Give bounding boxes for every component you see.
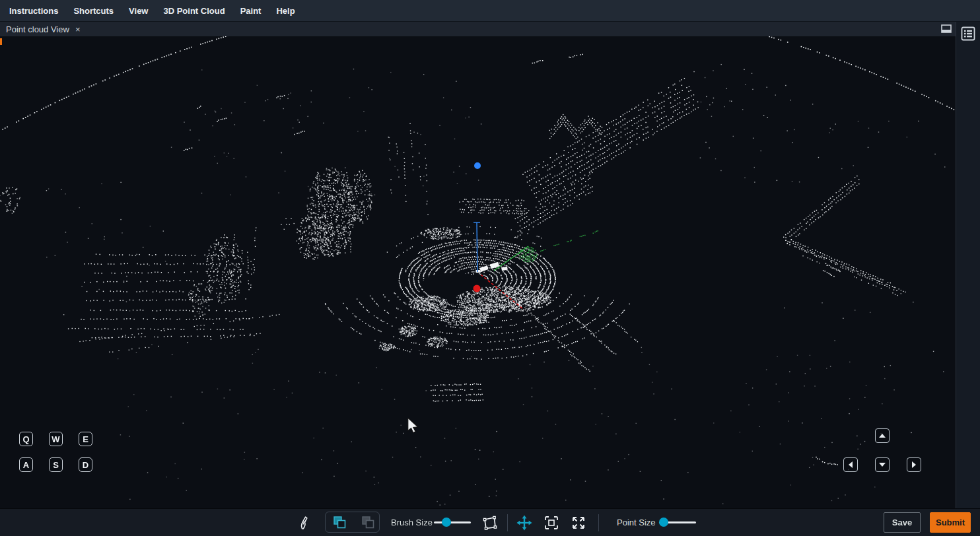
- paste-paint-button[interactable]: [360, 514, 376, 530]
- point-size-label: Point Size: [617, 518, 656, 527]
- hotkey-w[interactable]: W: [49, 432, 63, 446]
- labeling-app: Instructions Shortcuts View 3D Point Clo…: [0, 0, 980, 536]
- brush-tool-icon[interactable]: [296, 515, 312, 531]
- point-cloud-canvas[interactable]: [0, 36, 956, 508]
- hotkey-a[interactable]: A: [19, 457, 33, 472]
- pan-down-button[interactable]: [875, 457, 890, 472]
- pan-up-button[interactable]: [875, 428, 890, 443]
- save-button[interactable]: Save: [884, 512, 921, 533]
- brush-size-slider[interactable]: [434, 521, 471, 523]
- submit-button[interactable]: Submit: [930, 512, 971, 533]
- expand-view-icon[interactable]: [571, 515, 586, 531]
- tab-label: Point cloud View: [6, 24, 69, 34]
- arrow-left-icon: [849, 461, 853, 468]
- frame-navigation-pad: [843, 428, 921, 472]
- pan-left-button[interactable]: [843, 457, 858, 472]
- tab-bar: Point cloud View ×: [0, 22, 956, 36]
- menu-3d-point-cloud[interactable]: 3D Point Cloud: [163, 6, 225, 16]
- brush-size-label: Brush Size: [391, 518, 433, 527]
- side-panel-strip: [956, 22, 980, 508]
- arrow-up-icon: [879, 434, 886, 438]
- point-cloud-viewport: Q W E A S D: [0, 36, 956, 508]
- hotkey-q[interactable]: Q: [19, 432, 33, 446]
- restore-panel-icon[interactable]: [941, 24, 952, 33]
- paint-color-tick: [0, 38, 2, 45]
- menu-view[interactable]: View: [129, 6, 148, 16]
- move-tool-icon[interactable]: [516, 515, 532, 531]
- toolbar-divider: [598, 514, 599, 531]
- pan-right-button[interactable]: [907, 457, 921, 472]
- menu-bar: Instructions Shortcuts View 3D Point Clo…: [0, 0, 980, 22]
- point-size-slider-thumb[interactable]: [659, 518, 668, 527]
- menu-shortcuts[interactable]: Shortcuts: [73, 6, 114, 16]
- mouse-cursor: [407, 418, 420, 434]
- paint-copy-group: [325, 512, 380, 533]
- polygon-tool-icon[interactable]: [481, 515, 497, 531]
- brush-size-slider-thumb[interactable]: [442, 518, 451, 527]
- paint-toolbar: Brush Size: [0, 508, 980, 536]
- arrow-right-icon: [912, 461, 916, 468]
- menu-paint[interactable]: Paint: [240, 6, 262, 16]
- menu-help[interactable]: Help: [276, 6, 295, 16]
- label-list-panel-icon[interactable]: [960, 26, 976, 42]
- toolbar-divider: [507, 514, 508, 531]
- hotkey-e[interactable]: E: [79, 432, 92, 446]
- hotkey-s[interactable]: S: [49, 457, 63, 472]
- tab-close-icon[interactable]: ×: [75, 25, 81, 34]
- fit-frame-icon[interactable]: [543, 515, 559, 531]
- copy-paint-button[interactable]: [332, 514, 347, 530]
- hotkey-d[interactable]: D: [79, 457, 92, 472]
- tab-point-cloud-view[interactable]: Point cloud View ×: [0, 22, 86, 36]
- point-size-slider[interactable]: [659, 521, 696, 523]
- menu-instructions[interactable]: Instructions: [9, 6, 58, 16]
- camera-hotkeys: Q W E A S D: [19, 432, 92, 472]
- arrow-down-icon: [879, 463, 886, 467]
